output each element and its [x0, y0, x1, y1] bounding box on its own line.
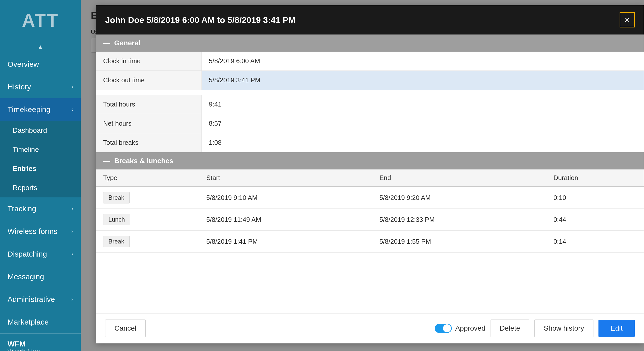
break-type-badge: Break: [103, 236, 130, 247]
sidebar-item-label: Tracking: [8, 204, 36, 213]
break-type-badge: Lunch: [103, 214, 130, 225]
break-start-cell: 5/8/2019 9:10 AM: [199, 187, 372, 209]
sidebar-item-label: Messaging: [8, 272, 44, 281]
breaks-table-header-row: Type Start End Duration: [96, 169, 644, 187]
sidebar-item-history[interactable]: History ›: [0, 76, 81, 98]
chevron-right-icon: ›: [71, 296, 73, 303]
clock-out-value: 5/8/2019 3:41 PM: [202, 71, 644, 90]
app-logo: ATT: [0, 0, 81, 41]
break-duration-cell: 0:44: [546, 209, 644, 231]
sidebar-item-timekeeping[interactable]: Timekeeping ‹: [0, 98, 81, 121]
modal-header: John Doe 5/8/2019 6:00 AM to 5/8/2019 3:…: [96, 5, 644, 34]
field-row-total-breaks: Total breaks 1:08: [96, 133, 644, 152]
footer-wfm: WFM: [8, 340, 73, 348]
sidebar-item-label: History: [8, 83, 31, 91]
sidebar-item-administrative[interactable]: Administrative ›: [0, 288, 81, 311]
delete-button[interactable]: Delete: [491, 320, 530, 337]
sidebar-item-messaging[interactable]: Messaging: [0, 265, 81, 288]
modal-footer: Cancel Approved Delete Show history Edit: [96, 313, 644, 343]
sidebar-item-overview[interactable]: Overview: [0, 53, 81, 76]
break-type-badge: Break: [103, 192, 130, 203]
break-type-cell: Break: [96, 231, 199, 253]
table-row: Break 5/8/2019 1:41 PM 5/8/2019 1:55 PM …: [96, 231, 644, 253]
sidebar-item-label: Overview: [8, 60, 39, 68]
total-hours-value: 9:41: [202, 95, 644, 114]
modal-title: John Doe 5/8/2019 6:00 AM to 5/8/2019 3:…: [105, 15, 296, 25]
sidebar-item-tracking[interactable]: Tracking ›: [0, 197, 81, 220]
general-section-label: General: [114, 39, 140, 47]
breaks-table: Type Start End Duration Break 5/8/2019 9…: [96, 169, 644, 253]
col-type: Type: [96, 169, 199, 187]
break-duration-cell: 0:14: [546, 231, 644, 253]
approved-label: Approved: [455, 324, 486, 332]
toggle-knob: [443, 324, 451, 332]
sidebar-item-label: Timekeeping: [8, 105, 51, 114]
sidebar-item-label: Marketplace: [8, 318, 49, 326]
sidebar-scroll-up[interactable]: ▲: [0, 41, 81, 53]
approved-toggle[interactable]: [435, 324, 452, 333]
break-end-cell: 5/8/2019 1:55 PM: [372, 231, 546, 253]
cancel-button[interactable]: Cancel: [105, 320, 146, 337]
chevron-right-icon: ›: [71, 84, 73, 90]
modal-close-button[interactable]: ×: [620, 12, 635, 27]
modal-body: — General Clock in time 5/8/2019 6:00 AM…: [96, 34, 644, 313]
break-type-cell: Break: [96, 187, 199, 209]
field-row-clock-out: Clock out time 5/8/2019 3:41 PM: [96, 71, 644, 90]
col-start: Start: [199, 169, 372, 187]
sidebar-item-dashboard[interactable]: Dashboard: [0, 121, 81, 140]
sidebar-item-label: Dispatching: [8, 250, 47, 258]
entry-detail-modal: John Doe 5/8/2019 6:00 AM to 5/8/2019 3:…: [96, 5, 644, 343]
total-hours-label: Total hours: [96, 95, 202, 114]
sidebar-item-entries[interactable]: Entries: [0, 159, 81, 178]
spacer-row-1: [96, 90, 644, 95]
chevron-right-icon: ›: [71, 251, 73, 257]
chevron-down-icon: ‹: [71, 106, 73, 113]
total-breaks-label: Total breaks: [96, 133, 202, 152]
sidebar-item-marketplace[interactable]: Marketplace: [0, 311, 81, 333]
net-hours-value: 8:57: [202, 114, 644, 133]
sidebar-timekeeping-subitems: Dashboard Timeline Entries Reports: [0, 121, 81, 197]
field-row-net-hours: Net hours 8:57: [96, 114, 644, 133]
total-breaks-value: 1:08: [202, 133, 644, 152]
col-duration: Duration: [546, 169, 644, 187]
field-row-clock-in: Clock in time 5/8/2019 6:00 AM: [96, 52, 644, 71]
sidebar-item-label: Wireless forms: [8, 227, 57, 236]
sidebar-item-wireless-forms[interactable]: Wireless forms ›: [0, 220, 81, 243]
break-start-cell: 5/8/2019 11:49 AM: [199, 209, 372, 231]
break-type-cell: Lunch: [96, 209, 199, 231]
break-start-cell: 5/8/2019 1:41 PM: [199, 231, 372, 253]
collapse-breaks-icon[interactable]: —: [103, 157, 110, 165]
chevron-right-icon: ›: [71, 205, 73, 212]
clock-out-label: Clock out time: [96, 71, 202, 90]
sidebar-item-timeline[interactable]: Timeline: [0, 140, 81, 159]
edit-button[interactable]: Edit: [598, 320, 635, 337]
show-history-button[interactable]: Show history: [534, 320, 593, 337]
collapse-general-icon[interactable]: —: [103, 39, 110, 47]
breaks-section-label: Breaks & lunches: [114, 157, 173, 165]
break-end-cell: 5/8/2019 9:20 AM: [372, 187, 546, 209]
table-row: Break 5/8/2019 9:10 AM 5/8/2019 9:20 AM …: [96, 187, 644, 209]
col-end: End: [372, 169, 546, 187]
sidebar-item-label: Administrative: [8, 295, 55, 304]
net-hours-label: Net hours: [96, 114, 202, 133]
sidebar-item-reports[interactable]: Reports: [0, 178, 81, 197]
chevron-right-icon: ›: [71, 228, 73, 235]
field-row-total-hours: Total hours 9:41: [96, 95, 644, 114]
clock-in-value: 5/8/2019 6:00 AM: [202, 52, 644, 71]
main-content: Entries - Showing the Users/Groups: From…: [81, 0, 644, 351]
sidebar-footer: WFM What's New: [0, 333, 81, 351]
breaks-section-header: — Breaks & lunches: [96, 152, 644, 169]
sidebar-item-dispatching[interactable]: Dispatching ›: [0, 243, 81, 265]
approved-toggle-wrap: Approved: [435, 324, 486, 333]
sidebar: ATT ▲ Overview History › Timekeeping ‹ D…: [0, 0, 81, 351]
general-section-header: — General: [96, 34, 644, 52]
table-row: Lunch 5/8/2019 11:49 AM 5/8/2019 12:33 P…: [96, 209, 644, 231]
footer-whats-new: What's New: [8, 348, 73, 351]
break-end-cell: 5/8/2019 12:33 PM: [372, 209, 546, 231]
clock-in-label: Clock in time: [96, 52, 202, 71]
break-duration-cell: 0:10: [546, 187, 644, 209]
